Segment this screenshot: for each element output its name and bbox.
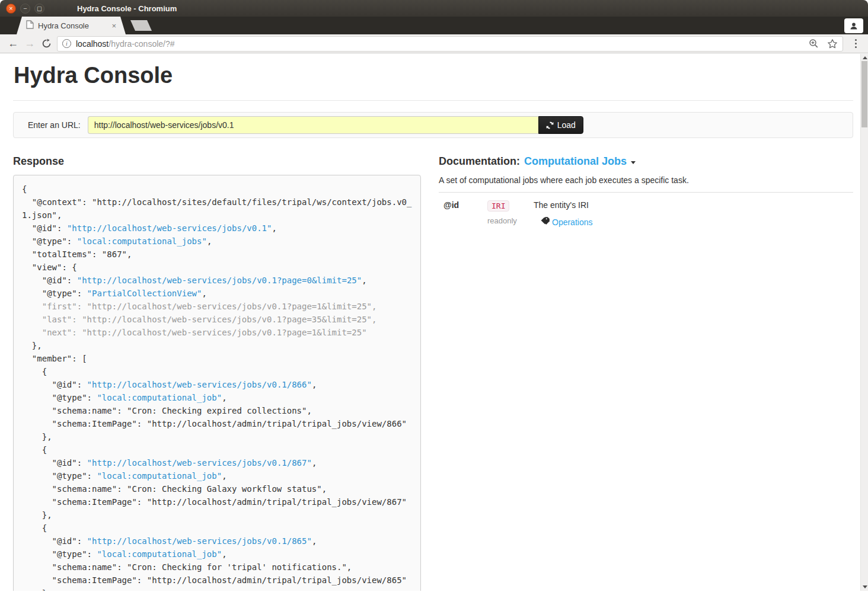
json-link[interactable]: "local:computational_job" [97, 393, 222, 402]
json-text: "@id": [22, 276, 77, 285]
json-text: , [222, 471, 226, 481]
json-text: , [272, 223, 276, 233]
window-close-button[interactable]: × [6, 4, 16, 14]
site-info-icon[interactable]: i [62, 39, 71, 48]
documentation-section: Documentation: Computational Jobs A set … [439, 155, 853, 591]
browser-window: × − ◻ Hydra Console - Chromium Hydra Con… [0, 0, 868, 592]
json-text: "@type": [22, 289, 87, 298]
property-type-badge: IRI [487, 200, 509, 212]
tab-close-icon[interactable]: × [110, 21, 117, 30]
url-form: Enter an URL: Load [13, 112, 853, 138]
bookmark-star-icon[interactable] [827, 39, 838, 49]
address-bar[interactable]: i localhost /hydra-console/?# [57, 36, 843, 52]
browser-menu-button[interactable] [848, 36, 863, 52]
json-text: "@context": "http://localhost/sites/defa… [22, 197, 411, 220]
page-content: Hydra Console Enter an URL: Load [0, 53, 868, 591]
tags-icon [541, 216, 550, 228]
json-link[interactable]: "PartialCollectionView" [87, 289, 202, 298]
response-json-panel: { "@context": "http://localhost/sites/de… [13, 175, 421, 591]
json-text: , [312, 536, 317, 546]
load-button[interactable]: Load [538, 116, 583, 134]
chevron-down-icon[interactable] [631, 161, 636, 164]
json-link[interactable]: "http://localhost/web-services/jobs/v0.1… [87, 380, 312, 389]
json-text: } [22, 588, 47, 591]
documentation-divider [439, 192, 853, 193]
json-text: "member": [ [22, 354, 87, 363]
json-text: "schema:ItemPage": "http://localhost/adm… [22, 575, 407, 585]
json-text: "@id": [22, 380, 87, 389]
json-text-muted: "next": "http://localhost/web-services/j… [22, 328, 367, 337]
page-scrollbar[interactable] [860, 54, 868, 591]
scrollbar-thumb[interactable] [861, 61, 867, 127]
json-text: }, [22, 341, 42, 350]
browser-toolbar: ← → i localhost /hydra-console/?# [0, 34, 868, 53]
person-icon [849, 21, 859, 31]
documentation-heading: Documentation: [439, 155, 520, 168]
json-text: "schema:ItemPage": "http://localhost/adm… [22, 497, 407, 507]
operations-link[interactable]: Operations [552, 217, 592, 227]
window-titlebar: × − ◻ Hydra Console - Chromium [0, 0, 868, 17]
tab-strip: Hydra Console × [0, 17, 868, 34]
json-text: }, [22, 432, 52, 441]
json-text: , [312, 458, 317, 468]
json-link[interactable]: "http://localhost/web-services/jobs/v0.1… [67, 223, 272, 233]
json-link[interactable]: "local:computational_job" [97, 549, 222, 559]
json-text: { [22, 184, 27, 194]
response-section: Response { "@context": "http://localhost… [13, 155, 421, 591]
json-text: , [202, 289, 206, 298]
json-text-muted: "first": "http://localhost/web-services/… [22, 302, 376, 311]
zoom-page-icon[interactable] [809, 39, 819, 49]
property-access-label: readonly [487, 216, 534, 225]
reload-icon [42, 39, 52, 49]
forward-button[interactable]: → [21, 36, 38, 52]
scrollbar-up-arrow[interactable] [863, 56, 867, 59]
json-text: "@type": [22, 549, 97, 559]
property-description: The entity's IRI [534, 200, 853, 210]
json-text: , [312, 380, 317, 389]
json-link[interactable]: "local:computational_job" [97, 471, 222, 481]
back-button[interactable]: ← [5, 36, 21, 52]
json-text: "@type": [22, 236, 77, 246]
new-tab-button[interactable] [130, 20, 152, 31]
json-text: , [222, 393, 226, 402]
browser-tab[interactable]: Hydra Console × [17, 17, 126, 34]
property-name: @id [443, 200, 487, 210]
scrollbar-down-arrow[interactable] [863, 585, 867, 588]
json-text: "@id": [22, 223, 67, 233]
json-link[interactable]: "local:computational_jobs" [77, 236, 207, 246]
json-text: }, [22, 510, 52, 520]
json-text: "@type": [22, 471, 97, 481]
url-path: /hydra-console/?# [108, 39, 174, 49]
refresh-icon [546, 121, 554, 129]
json-text: "schema:ItemPage": "http://localhost/adm… [22, 419, 407, 428]
tab-title: Hydra Console [38, 21, 110, 30]
window-maximize-button[interactable]: ◻ [34, 4, 44, 14]
json-text: "schema:name": "Cron: Checking Galaxy wo… [22, 484, 327, 494]
json-text: { [22, 445, 47, 455]
window-minimize-button[interactable]: − [20, 4, 30, 14]
json-text: "@id": [22, 458, 87, 468]
json-link[interactable]: "http://localhost/web-services/jobs/v0.1… [87, 458, 312, 468]
page-file-icon [26, 20, 34, 31]
json-text: { [22, 523, 47, 533]
reload-button[interactable] [38, 36, 55, 52]
documentation-class-link[interactable]: Computational Jobs [524, 155, 627, 168]
json-text: "totalItems": "867", [22, 249, 132, 259]
json-link[interactable]: "http://localhost/web-services/jobs/v0.1… [77, 276, 362, 285]
json-text-muted: "last": "http://localhost/web-services/j… [22, 315, 376, 324]
window-title: Hydra Console - Chromium [77, 4, 177, 13]
page-title: Hydra Console [13, 53, 853, 88]
url-input[interactable] [88, 116, 538, 134]
json-text: "@type": [22, 393, 97, 402]
json-link[interactable]: "http://localhost/web-services/jobs/v0.1… [87, 536, 312, 546]
json-text: , [207, 236, 212, 246]
load-button-label: Load [557, 120, 576, 130]
json-text: "@id": [22, 536, 87, 546]
json-text: "schema:name": "Cron: Checking for 'trip… [22, 562, 352, 572]
json-content: { "@context": "http://localhost/sites/de… [22, 183, 412, 591]
profile-avatar-button[interactable] [844, 18, 863, 33]
header-divider [13, 100, 853, 101]
documentation-description: A set of computational jobs where each j… [439, 175, 853, 185]
url-host: localhost [76, 39, 108, 49]
json-text: , [362, 276, 366, 285]
